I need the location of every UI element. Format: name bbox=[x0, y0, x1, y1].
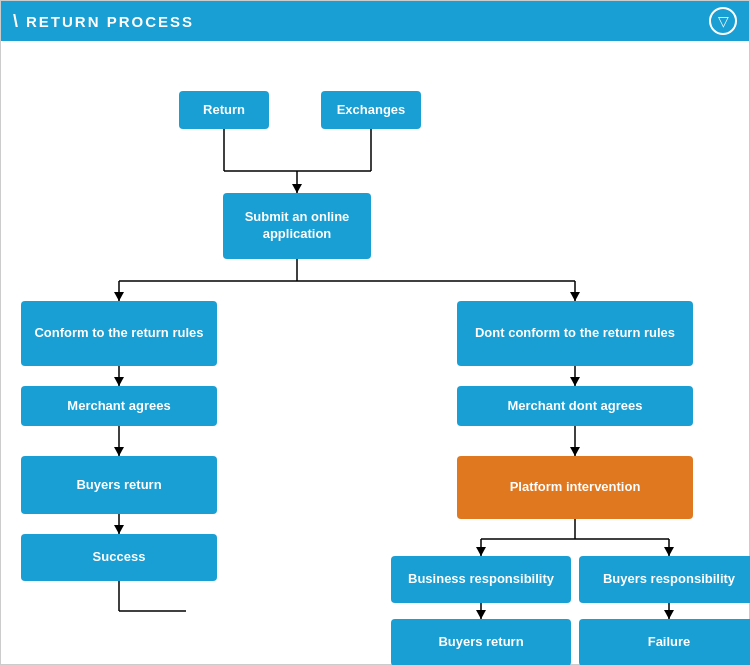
svg-marker-16 bbox=[114, 525, 124, 534]
merchant-dont-agrees-box: Merchant dont agrees bbox=[457, 386, 693, 426]
success-box: Success bbox=[21, 534, 217, 581]
business-responsibility-box: Business responsibility bbox=[391, 556, 571, 603]
platform-intervention-box: Platform intervention bbox=[457, 456, 693, 519]
svg-marker-20 bbox=[570, 377, 580, 386]
return-box: Return bbox=[179, 91, 269, 129]
dont-conform-box: Dont conform to the return rules bbox=[457, 301, 693, 366]
diagram-area: Return Exchanges Submit an online applic… bbox=[1, 41, 749, 665]
failure-box: Failure bbox=[579, 619, 750, 665]
buyers-responsibility-box: Buyers responsibility bbox=[579, 556, 750, 603]
buyers-return-center-box: Buyers return bbox=[391, 619, 571, 665]
buyers-return-left-box: Buyers return bbox=[21, 456, 217, 514]
svg-marker-12 bbox=[114, 377, 124, 386]
header: \ RETURN PROCESS ▽ bbox=[1, 1, 749, 41]
svg-marker-28 bbox=[664, 547, 674, 556]
header-title: RETURN PROCESS bbox=[26, 13, 194, 30]
svg-marker-14 bbox=[114, 447, 124, 456]
conform-box: Conform to the return rules bbox=[21, 301, 217, 366]
header-dropdown-icon[interactable]: ▽ bbox=[709, 7, 737, 35]
svg-marker-32 bbox=[664, 610, 674, 619]
svg-marker-22 bbox=[570, 447, 580, 456]
svg-marker-10 bbox=[570, 292, 580, 301]
merchant-agrees-box: Merchant agrees bbox=[21, 386, 217, 426]
svg-marker-8 bbox=[114, 292, 124, 301]
submit-box: Submit an online application bbox=[223, 193, 371, 259]
exchanges-box: Exchanges bbox=[321, 91, 421, 129]
svg-marker-30 bbox=[476, 610, 486, 619]
svg-marker-26 bbox=[476, 547, 486, 556]
header-slash: \ bbox=[13, 11, 18, 32]
page-container: \ RETURN PROCESS ▽ bbox=[0, 0, 750, 665]
svg-marker-4 bbox=[292, 184, 302, 193]
